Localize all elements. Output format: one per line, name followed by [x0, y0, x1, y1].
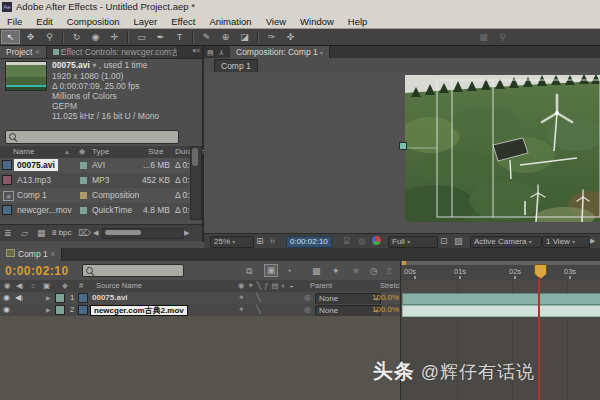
chevron-down-icon[interactable]: ▾ [92, 60, 96, 70]
work-area-start-handle[interactable] [402, 261, 406, 265]
new-folder-icon[interactable]: ▱ [21, 227, 28, 239]
project-row-name[interactable]: newcger...mov [17, 203, 72, 218]
label-column-icon[interactable]: ◆ [79, 146, 85, 158]
graph-editor-icon[interactable]: ⎍ [386, 265, 392, 277]
tab-effect-controls[interactable]: Effect Controls: newcger.com古典 [47, 46, 178, 58]
work-area-bar[interactable] [401, 261, 600, 265]
stretch-value[interactable]: 100.0% [372, 292, 398, 304]
layer-bar-1[interactable] [402, 293, 600, 305]
hand-tool-icon[interactable]: ✥ [22, 30, 39, 44]
effects-switch-icon[interactable]: ╲ [256, 292, 261, 304]
brush-tool-icon[interactable]: ✎ [198, 30, 215, 44]
comp-breadcrumb-button[interactable]: Comp 1 [214, 59, 258, 73]
chevron-down-icon[interactable]: ▾ [320, 50, 323, 56]
label-swatch[interactable] [80, 192, 87, 199]
grid-guides-icon[interactable]: ⊞ [256, 235, 264, 247]
layer-name[interactable]: 00075.avi [92, 292, 128, 304]
panel-menu-icon[interactable]: ▾≡ [192, 47, 200, 55]
timeline-current-time[interactable]: 0:00:02:10 [5, 264, 69, 278]
type-tool-icon[interactable]: T [171, 30, 188, 44]
motion-blur-icon[interactable]: ✦ [332, 265, 340, 277]
selection-tool-icon[interactable]: ↖ [1, 30, 20, 44]
source-name-column-header[interactable]: Source Name [96, 280, 142, 292]
stretch-value[interactable]: 100.0% [372, 304, 398, 316]
project-row-newcger[interactable]: newcger...mov QuickTime 4.8 MB Δ 0:00 [0, 203, 202, 218]
scrollbar-thumb[interactable] [105, 230, 141, 235]
timeline-search-input[interactable] [97, 265, 181, 276]
label-swatch[interactable] [80, 177, 87, 184]
column-size[interactable]: Size [148, 146, 164, 158]
project-horizontal-scrollbar[interactable] [102, 228, 184, 239]
column-name[interactable]: Name [13, 146, 34, 158]
tab-timeline-comp1[interactable]: Comp 1 × [0, 248, 62, 261]
frame-blend-icon[interactable]: ▩ [312, 265, 321, 277]
label-swatch[interactable] [80, 162, 87, 169]
project-search-field[interactable] [5, 130, 179, 144]
scrollbar-thumb[interactable] [192, 148, 198, 166]
menu-animation[interactable]: Animation [202, 16, 258, 27]
workspace-icon[interactable]: ▦ [475, 30, 492, 44]
mini-flowchart-icon[interactable]: ⧉ [246, 265, 252, 277]
show-snapshot-icon[interactable]: ◍ [358, 235, 366, 247]
tab-close-icon[interactable]: × [35, 47, 40, 57]
pen-tool-icon[interactable]: ✒ [152, 30, 169, 44]
menu-effect[interactable]: Effect [164, 16, 202, 27]
project-row-name[interactable]: 00075.avi [14, 159, 58, 171]
safe-margins-icon[interactable]: ⌗ [270, 235, 275, 247]
expand-arrow-icon[interactable]: ▶ [46, 292, 51, 304]
rotation-tool-icon[interactable]: ↻ [68, 30, 85, 44]
project-row-name[interactable]: Comp 1 [17, 188, 47, 203]
pan-behind-tool-icon[interactable]: ✛ [106, 30, 123, 44]
column-type[interactable]: Type [92, 146, 109, 158]
interpret-footage-icon[interactable]: ≣ [4, 227, 12, 239]
shy-layers-icon[interactable]: ◔ [286, 265, 291, 277]
scroll-right-icon[interactable]: ▶ [184, 227, 189, 239]
eye-icon[interactable]: ◉ [3, 292, 10, 304]
camera-dropdown[interactable]: Active Camera ▾ [470, 236, 542, 248]
menu-help[interactable]: Help [341, 16, 375, 27]
comp-current-time[interactable]: 0:00:02:10 [286, 236, 332, 248]
expand-arrow-icon[interactable]: ▶ [46, 304, 51, 316]
parent-column-header[interactable]: Parent [310, 280, 332, 292]
tab-close-icon[interactable]: × [50, 249, 55, 259]
region-of-interest-icon[interactable]: ⊡ [440, 235, 448, 247]
comp-viewer[interactable] [204, 72, 600, 233]
tab-project[interactable]: Project × [0, 46, 47, 58]
tab-composition[interactable]: Composition: Comp 1 ▾ [230, 46, 330, 58]
zoom-tool-icon[interactable]: ⚲ [41, 30, 58, 44]
quality-switch-icon[interactable]: ✦ [238, 304, 245, 316]
parent-pick-whip-icon[interactable]: ◎ [304, 292, 311, 304]
menu-view[interactable]: View [259, 16, 293, 27]
resolution-dropdown[interactable]: Full ▾ [388, 236, 438, 248]
project-search-input[interactable] [20, 131, 174, 143]
effects-switch-icon[interactable]: ╲ [256, 304, 261, 316]
time-ruler[interactable]: 00s 01s 02s 03s [400, 261, 600, 280]
shape-tool-icon[interactable]: ▭ [133, 30, 150, 44]
eraser-tool-icon[interactable]: ◪ [236, 30, 253, 44]
layer-name-selected[interactable]: newcger.com古典2.mov [90, 305, 188, 316]
menu-composition[interactable]: Composition [60, 16, 127, 27]
project-vertical-scrollbar[interactable] [190, 146, 202, 220]
search-help-icon[interactable]: ⚲ [494, 30, 511, 44]
draft-3d-icon[interactable]: ▣ [264, 264, 278, 277]
footage-thumbnail[interactable] [6, 62, 46, 90]
label-swatch[interactable] [80, 207, 87, 214]
timeline-search-field[interactable] [82, 264, 184, 277]
project-row-name[interactable]: A13.mp3 [17, 173, 51, 188]
layer-bar-2[interactable] [402, 305, 600, 317]
menu-edit[interactable]: Edit [29, 16, 59, 27]
current-time-indicator[interactable] [534, 264, 547, 279]
layer-label-swatch[interactable] [56, 306, 64, 314]
view-layout-dropdown[interactable]: 1 View ▾ [542, 236, 590, 248]
brainstorm-icon[interactable]: ⚛ [352, 265, 360, 277]
scroll-left-icon[interactable]: ◀ [93, 227, 98, 239]
clone-stamp-tool-icon[interactable]: ⊕ [217, 30, 234, 44]
footage-canvas[interactable] [405, 75, 600, 222]
magnification-dropdown[interactable]: 25% ▾ [210, 236, 254, 248]
project-row-00075[interactable]: 00075.avi AVI ...6 MB Δ 0:00 [0, 158, 202, 173]
menu-layer[interactable]: Layer [127, 16, 165, 27]
parent-pick-whip-icon[interactable]: ◎ [304, 304, 311, 316]
snapshot-icon[interactable]: ⌻ [344, 235, 349, 247]
menu-window[interactable]: Window [293, 16, 341, 27]
roto-brush-tool-icon[interactable]: ✑ [263, 30, 280, 44]
